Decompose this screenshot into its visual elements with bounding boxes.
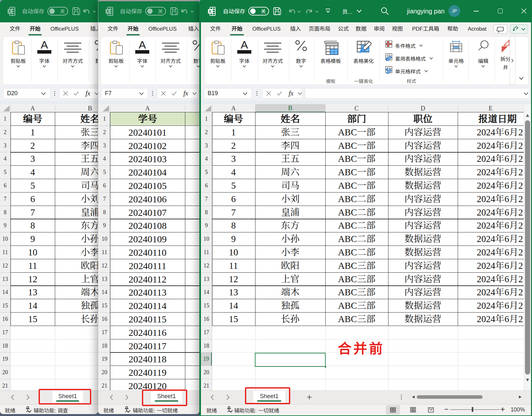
svg-text:A: A xyxy=(241,40,248,51)
svg-text:X: X xyxy=(8,9,11,14)
svg-text:关: 关 xyxy=(261,7,266,14)
svg-text:关: 关 xyxy=(158,7,163,14)
svg-text:A: A xyxy=(41,40,48,51)
svg-text:关: 关 xyxy=(60,7,65,14)
svg-text:X: X xyxy=(209,9,211,14)
svg-text:X: X xyxy=(106,9,109,14)
svg-text:A: A xyxy=(139,40,146,51)
